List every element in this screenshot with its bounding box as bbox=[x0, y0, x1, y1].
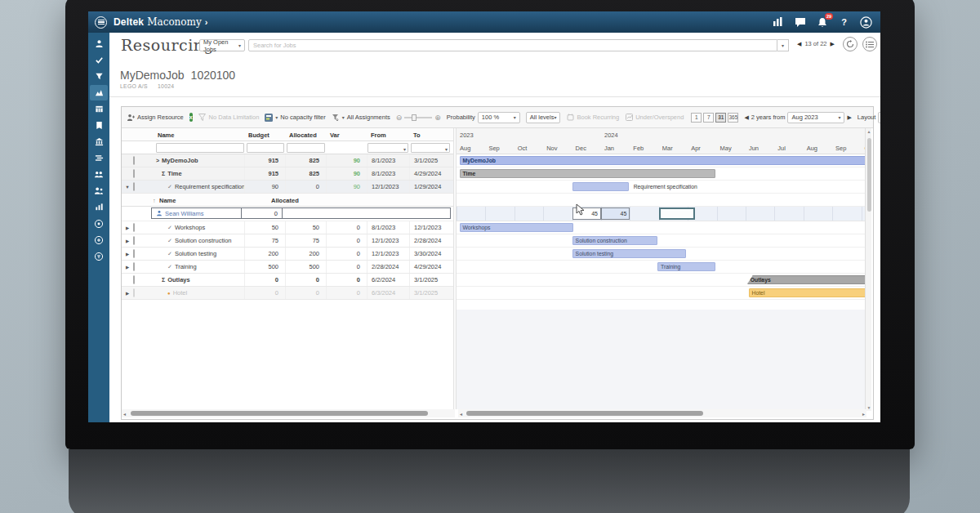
help-icon[interactable]: ? bbox=[838, 16, 850, 29]
filter-allocated-input[interactable] bbox=[287, 143, 325, 153]
search-dropdown-icon[interactable]: ▾ bbox=[777, 39, 789, 51]
filter-budget-input[interactable] bbox=[247, 143, 284, 153]
pager-prev-button[interactable]: ◀ bbox=[797, 41, 801, 47]
gantt-bar[interactable] bbox=[572, 182, 629, 191]
row-checkbox[interactable] bbox=[133, 169, 135, 178]
analytics-icon[interactable] bbox=[90, 85, 108, 100]
row-checkbox[interactable] bbox=[133, 236, 135, 245]
report-icon[interactable] bbox=[90, 118, 108, 133]
chat-icon[interactable] bbox=[794, 16, 806, 29]
row-expander[interactable]: ▶ bbox=[122, 225, 133, 230]
allocation-grid-row[interactable]: 4545 bbox=[457, 207, 865, 221]
table-row[interactable]: ▶✓Solution construction7575012/1/20232/2… bbox=[122, 234, 453, 248]
table-row[interactable]: ▶✓Training50050002/28/20244/29/2024 bbox=[122, 261, 453, 274]
capacity-filter-button[interactable]: ▾ No capacity filter bbox=[265, 114, 325, 122]
row-checkbox[interactable] bbox=[133, 249, 135, 258]
view-toggle-7[interactable]: 7 bbox=[703, 113, 714, 123]
col-to[interactable]: To bbox=[413, 132, 421, 139]
row-checkbox[interactable] bbox=[133, 156, 135, 165]
data-limitation-button[interactable]: No Data Limitation bbox=[198, 114, 260, 122]
circle-t-icon[interactable] bbox=[90, 248, 108, 264]
search-input[interactable] bbox=[248, 39, 777, 51]
scroll-left-icon[interactable]: ◂ bbox=[460, 411, 462, 417]
zoom-slider-thumb[interactable] bbox=[412, 114, 416, 121]
col-name[interactable]: Name bbox=[158, 132, 174, 139]
layers-icon[interactable] bbox=[90, 150, 108, 166]
col-allocated[interactable]: Allocated bbox=[289, 132, 317, 139]
range-prev-button[interactable]: ◀ bbox=[744, 114, 748, 121]
table-row[interactable]: ΣOutlays0006/2/20243/1/2025 bbox=[122, 274, 453, 287]
layout-select[interactable]: default ▾ bbox=[878, 112, 880, 123]
gantt-bar[interactable] bbox=[749, 288, 865, 297]
row-expander[interactable]: ▶ bbox=[122, 252, 133, 256]
row-expander[interactable]: ▶ bbox=[122, 239, 133, 243]
jobs-filter-select[interactable]: My Open Jobs ▾ bbox=[199, 39, 245, 51]
scroll-right-icon[interactable]: ▸ bbox=[862, 411, 865, 417]
gantt-vertical-scrollbar[interactable]: ▲ ▼ bbox=[865, 128, 871, 411]
view-toggle-365[interactable]: 365 bbox=[728, 113, 738, 123]
row-checkbox[interactable] bbox=[133, 223, 135, 232]
circle-e-icon[interactable] bbox=[90, 232, 108, 248]
assign-resource-button[interactable]: Assign Resource bbox=[127, 114, 184, 122]
zoom-slider[interactable] bbox=[404, 117, 432, 118]
view-toggle-31[interactable]: 31 bbox=[715, 113, 726, 123]
allocation-row[interactable]: Sean Williams0 bbox=[122, 207, 453, 221]
notifications-icon[interactable]: 29 bbox=[816, 16, 828, 29]
assignments-filter-button[interactable]: ▾ All Assignments bbox=[332, 114, 390, 122]
filter-to-select[interactable]: ▾ bbox=[411, 143, 450, 153]
menu-icon[interactable] bbox=[95, 16, 107, 29]
account-icon[interactable] bbox=[860, 16, 872, 29]
zoom-in-button[interactable]: ⊕ bbox=[434, 114, 441, 122]
excel-export-icon[interactable]: x bbox=[189, 113, 193, 122]
row-expander[interactable]: ▶ bbox=[122, 265, 133, 270]
filter-name-input[interactable] bbox=[156, 143, 244, 153]
book-recurring-button[interactable]: Book Recurring bbox=[566, 114, 619, 122]
scroll-up-icon[interactable]: ▲ bbox=[866, 129, 872, 134]
row-checkbox[interactable] bbox=[133, 182, 135, 191]
table-scroll-thumb[interactable] bbox=[131, 411, 428, 416]
table-row[interactable]: ▶✓Solution testing200200012/1/20233/30/2… bbox=[122, 248, 453, 261]
resource-allocated-cell[interactable]: 0 bbox=[242, 208, 283, 218]
team-icon[interactable] bbox=[90, 167, 108, 182]
check-icon[interactable] bbox=[90, 52, 108, 68]
col-budget[interactable]: Budget bbox=[248, 132, 270, 139]
allocation-cell-focused[interactable] bbox=[659, 207, 695, 220]
col-from[interactable]: From bbox=[371, 132, 386, 139]
circle-b-icon[interactable] bbox=[90, 216, 108, 231]
people-icon[interactable] bbox=[90, 183, 108, 199]
allocation-cell[interactable]: 45 bbox=[601, 207, 630, 220]
range-select[interactable]: Aug 2023 ▾ bbox=[787, 112, 844, 123]
table-row[interactable]: >MyDemoJob915825908/1/20233/1/2025 bbox=[122, 154, 453, 167]
view-toggle-1[interactable]: 1 bbox=[691, 113, 702, 123]
table-row[interactable]: ▶●Hotel0006/3/20243/1/2025 bbox=[122, 287, 453, 300]
range-next-button[interactable]: ▶ bbox=[847, 114, 851, 121]
row-checkbox[interactable] bbox=[133, 288, 135, 297]
gantt-scroll-thumb[interactable] bbox=[466, 411, 703, 416]
insights-icon[interactable] bbox=[772, 16, 784, 29]
filter-icon[interactable] bbox=[90, 69, 108, 84]
row-checkbox[interactable] bbox=[133, 275, 135, 284]
filter-from-select[interactable]: ▾ bbox=[368, 143, 408, 153]
row-expander[interactable]: ▶ bbox=[122, 291, 133, 296]
row-checkbox[interactable] bbox=[133, 262, 135, 271]
user-icon[interactable] bbox=[90, 36, 108, 51]
resource-name-cell[interactable]: Sean Williams bbox=[152, 208, 242, 218]
levels-select[interactable]: All levels ▾ bbox=[526, 112, 561, 123]
table-row[interactable]: ▶✓Workshops505008/1/202312/1/2023 bbox=[122, 221, 453, 234]
zoom-out-button[interactable]: ⊖ bbox=[396, 114, 403, 122]
under-overspend-button[interactable]: Under/Overspend bbox=[625, 114, 684, 122]
col-var[interactable]: Var bbox=[330, 132, 340, 139]
table-horizontal-scrollbar[interactable]: ◂ bbox=[122, 409, 455, 417]
calendar-icon[interactable] bbox=[90, 101, 108, 117]
scroll-left-icon[interactable]: ◂ bbox=[123, 411, 126, 417]
gantt-horizontal-scrollbar[interactable]: ◂ ▸ bbox=[458, 409, 866, 417]
row-expander[interactable]: ▼ bbox=[122, 185, 133, 190]
gantt-bar[interactable] bbox=[460, 169, 715, 178]
list-menu-button[interactable] bbox=[862, 37, 877, 51]
refresh-button[interactable] bbox=[843, 37, 858, 51]
gantt-bar[interactable] bbox=[460, 156, 865, 165]
chart-icon[interactable] bbox=[90, 199, 108, 215]
vertical-scroll-thumb[interactable] bbox=[867, 138, 871, 212]
pager-next-button[interactable]: ▶ bbox=[831, 41, 835, 47]
finance-icon[interactable] bbox=[90, 134, 108, 149]
